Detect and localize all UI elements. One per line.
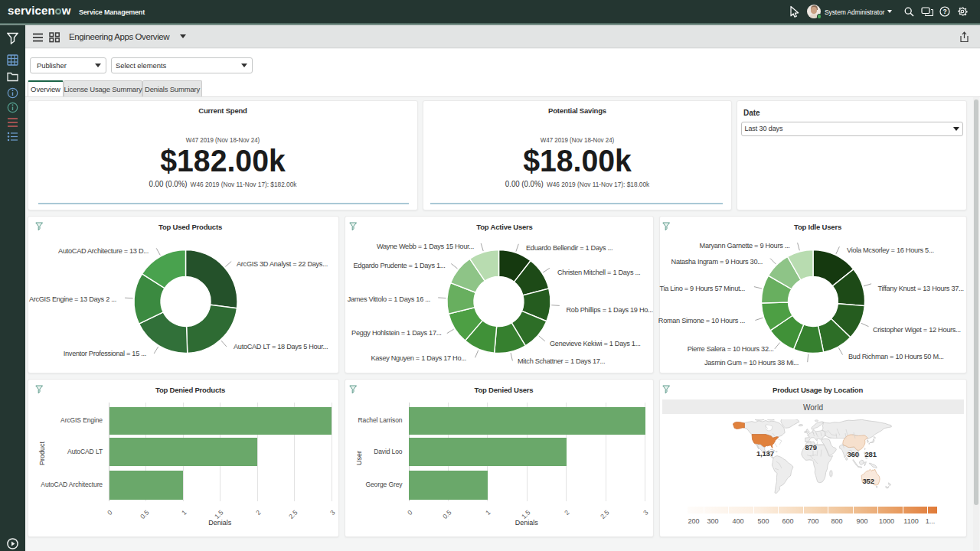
svg-text:Maryann Garnette = 9 Hours ...: Maryann Garnette = 9 Hours ... — [700, 242, 790, 249]
svg-text:James Vittolo = 1 Days 16 ...: James Vittolo = 1 Days 16 ... — [348, 295, 430, 303]
svg-text:Mitch Schattner = 1 Days 17...: Mitch Schattner = 1 Days 17... — [518, 357, 605, 365]
svg-text:Cristopher Wiget = 12 Hours...: Cristopher Wiget = 12 Hours... — [873, 326, 961, 334]
svg-text:AutoCAD LT = 18 Days 5 Hour...: AutoCAD LT = 18 Days 5 Hour... — [234, 343, 328, 350]
svg-text:ArcGIS Engine = 13 Days 2 ...: ArcGIS Engine = 13 Days 2 ... — [29, 295, 116, 303]
svg-text:Inventor Professional = 15 ...: Inventor Professional = 15 ... — [64, 350, 146, 357]
svg-text:Tia Lino = 9 Hours 57 Minut...: Tia Lino = 9 Hours 57 Minut... — [660, 285, 745, 292]
svg-text:AutoCAD Architecture = 13 D...: AutoCAD Architecture = 13 D... — [58, 247, 149, 255]
svg-text:Peggy Hohlstein = 1 Days 17...: Peggy Hohlstein = 1 Days 17... — [351, 329, 441, 337]
svg-text:Natasha Ingram = 9 Hours 30...: Natasha Ingram = 9 Hours 30... — [671, 258, 763, 266]
svg-text:Wayne Webb = 1 Days 15 Hour...: Wayne Webb = 1 Days 15 Hour... — [377, 243, 474, 250]
svg-text:Rob Phillips = 1 Days 19 Ho...: Rob Phillips = 1 Days 19 Ho... — [567, 306, 653, 314]
svg-text:Kasey Nguyen = 1 Days 17 Ho...: Kasey Nguyen = 1 Days 17 Ho... — [371, 354, 466, 362]
svg-text:Jasmin Gum = 10 Hours 38 Mi...: Jasmin Gum = 10 Hours 38 Mi... — [704, 359, 799, 367]
svg-text:Pierre Salera = 10 Hours 32...: Pierre Salera = 10 Hours 32... — [688, 345, 774, 353]
svg-text:ArcGIS 3D Analyst = 22 Days...: ArcGIS 3D Analyst = 22 Days... — [237, 260, 328, 268]
svg-text:Eduardo Bellendir = 1 Days ...: Eduardo Bellendir = 1 Days ... — [526, 244, 612, 252]
svg-text:Genevieve Kekiwi = 1 Days 1...: Genevieve Kekiwi = 1 Days 1... — [550, 340, 640, 347]
svg-text:Tiffany Knust = 13 Hours 37...: Tiffany Knust = 13 Hours 37... — [878, 285, 964, 292]
svg-text:Bud Richman = 10 Hours 50 M...: Bud Richman = 10 Hours 50 M... — [848, 353, 944, 360]
svg-text:Christen Mitchell = 1 Days ...: Christen Mitchell = 1 Days ... — [557, 269, 640, 276]
svg-text:Edgardo Prudente = 1 Days 1...: Edgardo Prudente = 1 Days 1... — [354, 262, 446, 269]
svg-text:Roman Simone = 10 Hours ...: Roman Simone = 10 Hours ... — [658, 317, 745, 324]
svg-text:Viola Mcsorley = 16 Hours 5...: Viola Mcsorley = 16 Hours 5... — [847, 246, 934, 254]
